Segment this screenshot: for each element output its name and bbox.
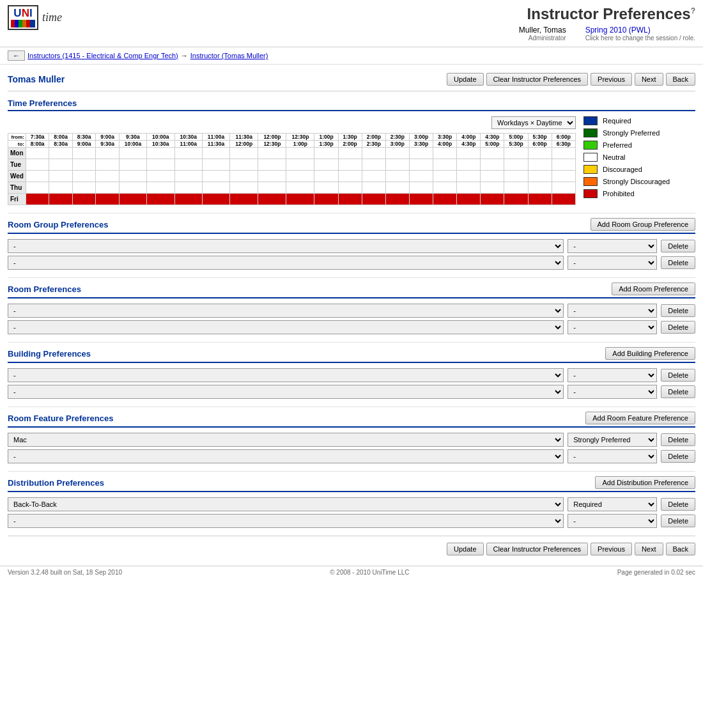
building-pref-delete-2[interactable]: Delete — [661, 385, 695, 398]
time-cell-fri-18[interactable] — [481, 194, 504, 205]
building-pref-select2-1[interactable]: - — [568, 368, 657, 382]
time-cell-wed-13[interactable] — [362, 171, 385, 182]
time-cell-tue-6[interactable] — [174, 159, 202, 171]
time-cell-tue-18[interactable] — [481, 159, 504, 171]
time-cell-thu-7[interactable] — [202, 182, 229, 194]
time-cell-mon-20[interactable] — [528, 148, 552, 159]
time-cell-wed-3[interactable] — [96, 171, 119, 182]
update-button-top[interactable]: Update — [447, 73, 483, 86]
time-cell-fri-1[interactable] — [49, 194, 72, 205]
distribution-pref-select1-2[interactable]: - — [8, 514, 564, 528]
time-cell-tue-9[interactable] — [258, 159, 286, 171]
time-cell-wed-9[interactable] — [258, 171, 286, 182]
time-cell-thu-5[interactable] — [147, 182, 174, 194]
time-cell-mon-7[interactable] — [202, 148, 229, 159]
time-cell-tue-5[interactable] — [147, 159, 174, 171]
room-group-select2-2[interactable]: - — [568, 256, 657, 270]
time-cell-fri-10[interactable] — [286, 194, 314, 205]
time-cell-tue-16[interactable] — [433, 159, 457, 171]
time-cell-thu-0[interactable] — [26, 182, 49, 194]
time-cell-mon-15[interactable] — [409, 148, 433, 159]
time-cell-thu-16[interactable] — [433, 182, 457, 194]
room-group-select1-2[interactable]: - — [8, 256, 564, 270]
distribution-pref-delete-1[interactable]: Delete — [661, 498, 695, 511]
room-group-select1-1[interactable]: - — [8, 239, 564, 253]
time-cell-wed-4[interactable] — [119, 171, 146, 182]
time-cell-fri-9[interactable] — [258, 194, 286, 205]
time-cell-tue-13[interactable] — [362, 159, 385, 171]
time-cell-mon-5[interactable] — [147, 148, 174, 159]
previous-button-top[interactable]: Previous — [591, 73, 632, 86]
time-cell-mon-14[interactable] — [385, 148, 409, 159]
room-pref-delete-2[interactable]: Delete — [661, 321, 695, 334]
room-feature-pref-delete-1[interactable]: Delete — [661, 433, 695, 446]
time-cell-mon-12[interactable] — [338, 148, 362, 159]
time-cell-fri-15[interactable] — [409, 194, 433, 205]
time-cell-mon-1[interactable] — [49, 148, 72, 159]
time-cell-fri-6[interactable] — [174, 194, 202, 205]
distribution-pref-delete-2[interactable]: Delete — [661, 515, 695, 527]
time-cell-mon-21[interactable] — [552, 148, 575, 159]
building-pref-select1-2[interactable]: - — [8, 385, 564, 399]
time-cell-thu-17[interactable] — [457, 182, 481, 194]
time-cell-tue-7[interactable] — [202, 159, 229, 171]
time-cell-mon-4[interactable] — [119, 148, 146, 159]
time-cell-wed-12[interactable] — [338, 171, 362, 182]
time-cell-mon-6[interactable] — [174, 148, 202, 159]
time-cell-fri-2[interactable] — [72, 194, 95, 205]
time-cell-tue-14[interactable] — [385, 159, 409, 171]
time-cell-mon-13[interactable] — [362, 148, 385, 159]
time-cell-tue-19[interactable] — [504, 159, 528, 171]
time-cell-thu-8[interactable] — [230, 182, 258, 194]
time-cell-fri-14[interactable] — [385, 194, 409, 205]
time-cell-wed-21[interactable] — [552, 171, 575, 182]
time-cell-mon-19[interactable] — [504, 148, 528, 159]
time-cell-wed-14[interactable] — [385, 171, 409, 182]
time-cell-thu-13[interactable] — [362, 182, 385, 194]
time-cell-mon-8[interactable] — [230, 148, 258, 159]
session-name[interactable]: Spring 2010 (PWL) — [585, 26, 695, 35]
back-button-bottom[interactable]: Back — [666, 543, 695, 555]
room-feature-pref-delete-2[interactable]: Delete — [661, 450, 695, 463]
time-cell-wed-0[interactable] — [26, 171, 49, 182]
breadcrumb-1[interactable]: Instructors (1415 - Electrical & Comp En… — [27, 52, 178, 59]
time-filter-select[interactable]: Workdays × Daytime — [491, 116, 576, 129]
time-cell-tue-11[interactable] — [314, 159, 338, 171]
time-cell-tue-4[interactable] — [119, 159, 146, 171]
room-feature-pref-select2-1[interactable]: Strongly Preferred — [568, 433, 657, 447]
room-pref-delete-1[interactable]: Delete — [661, 304, 695, 317]
time-cell-mon-2[interactable] — [72, 148, 95, 159]
room-pref-select1-2[interactable]: - — [8, 320, 564, 334]
time-cell-tue-3[interactable] — [96, 159, 119, 171]
time-cell-wed-17[interactable] — [457, 171, 481, 182]
breadcrumb-2[interactable]: Instructor (Tomas Muller) — [190, 52, 268, 59]
time-cell-wed-11[interactable] — [314, 171, 338, 182]
building-pref-select1-1[interactable]: - — [8, 368, 564, 382]
time-cell-thu-12[interactable] — [338, 182, 362, 194]
clear-button-top[interactable]: Clear Instructor Preferences — [486, 73, 589, 86]
time-cell-fri-3[interactable] — [96, 194, 119, 205]
time-cell-fri-7[interactable] — [202, 194, 229, 205]
time-cell-mon-0[interactable] — [26, 148, 49, 159]
distribution-pref-select2-2[interactable]: - — [568, 514, 657, 528]
time-cell-wed-1[interactable] — [49, 171, 72, 182]
time-cell-thu-3[interactable] — [96, 182, 119, 194]
time-cell-fri-19[interactable] — [504, 194, 528, 205]
room-group-delete-1[interactable]: Delete — [661, 240, 695, 252]
add-distribution-preference-button[interactable]: Add Distribution Preference — [595, 476, 695, 489]
time-cell-thu-2[interactable] — [72, 182, 95, 194]
time-cell-thu-11[interactable] — [314, 182, 338, 194]
time-cell-tue-15[interactable] — [409, 159, 433, 171]
add-room-preference-button[interactable]: Add Room Preference — [612, 283, 695, 295]
time-cell-mon-18[interactable] — [481, 148, 504, 159]
time-cell-fri-12[interactable] — [338, 194, 362, 205]
time-cell-thu-1[interactable] — [49, 182, 72, 194]
time-cell-thu-18[interactable] — [481, 182, 504, 194]
time-cell-mon-17[interactable] — [457, 148, 481, 159]
room-group-select2-1[interactable]: - — [568, 239, 657, 253]
time-cell-tue-1[interactable] — [49, 159, 72, 171]
add-room-group-button[interactable]: Add Room Group Preference — [591, 218, 695, 231]
back-button-top[interactable]: Back — [666, 73, 695, 86]
add-building-preference-button[interactable]: Add Building Preference — [605, 347, 695, 360]
add-room-feature-preference-button[interactable]: Add Room Feature Preference — [585, 412, 695, 424]
